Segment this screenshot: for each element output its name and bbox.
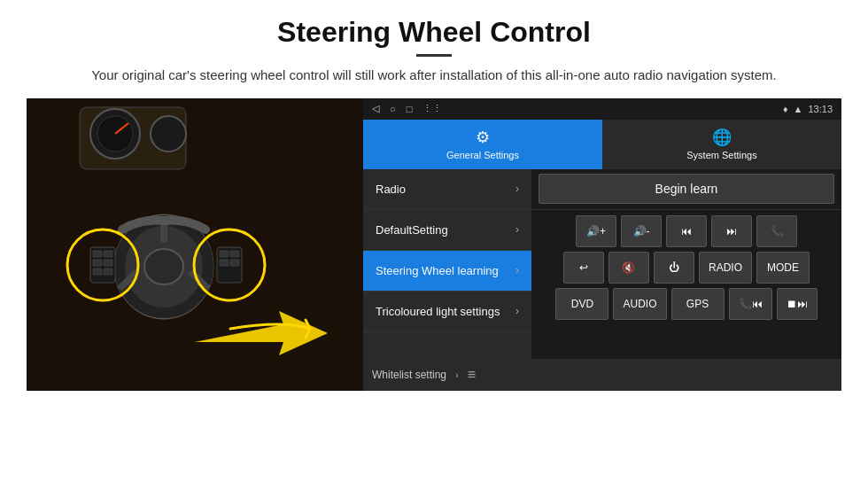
vol-down-button[interactable]: 🔊- [621, 215, 662, 247]
dvd-button[interactable]: DVD [555, 288, 608, 320]
mode-button[interactable]: MODE [756, 252, 810, 284]
svg-rect-14 [104, 251, 112, 257]
svg-rect-22 [220, 260, 229, 266]
gps-button[interactable]: GPS [671, 288, 725, 320]
car-image-bg [27, 98, 363, 391]
title-divider [416, 54, 452, 57]
begin-learn-row: Begin learn [531, 169, 841, 210]
phone-button[interactable]: 📞 [756, 215, 797, 247]
menu-item-tricoloured[interactable]: Tricoloured light settings › [363, 292, 531, 332]
svg-rect-18 [104, 268, 112, 275]
menu-item-steering[interactable]: Steering Wheel learning › [363, 251, 531, 292]
top-nav: ⚙ General Settings 🌐 System Settings [363, 120, 841, 169]
next-track-button[interactable]: ⏭ [711, 215, 752, 247]
ctrl-row-1: 🔊+ 🔊- ⏮ ⏭ 📞 [537, 215, 836, 247]
menu-item-tricoloured-label: Tricoloured light settings [376, 305, 500, 318]
menu-item-radio[interactable]: Radio › [363, 169, 531, 210]
ctrl-row-2: ↩ 🔇 ⏻ RADIO MODE [537, 252, 836, 284]
tab-general-label: General Settings [446, 150, 519, 160]
menu-item-default-label: DefaultSetting [376, 223, 448, 237]
status-right: ♦ ▲ 13:13 [783, 104, 833, 114]
whitelist-label: Whitelist setting [372, 369, 446, 381]
svg-rect-23 [230, 260, 239, 266]
call-back-button[interactable]: ↩ [563, 252, 604, 284]
whitelist-bar[interactable]: Whitelist setting › ≡ [363, 359, 841, 391]
whitelist-arrow-icon: › [455, 370, 459, 380]
menu-list: Radio › DefaultSetting › Steering Wheel … [363, 169, 531, 359]
call-prev-button[interactable]: 📞⏮ [729, 288, 772, 320]
controls-grid: 🔊+ 🔊- ⏮ ⏭ 📞 ↩ 🔇 ⏻ RADIO MODE [531, 210, 841, 359]
menu-item-default[interactable]: DefaultSetting › [363, 210, 531, 251]
location-icon: ♦ [783, 104, 788, 114]
mute-button[interactable]: 🔇 [608, 252, 649, 284]
svg-rect-16 [104, 260, 112, 266]
general-settings-icon: ⚙ [476, 128, 490, 147]
radio-button[interactable]: RADIO [699, 252, 752, 284]
grid-nav-icon[interactable]: ⋮⋮ [422, 103, 442, 114]
tab-system-settings[interactable]: 🌐 System Settings [602, 120, 841, 169]
stop-button[interactable]: ⏹⏭ [777, 288, 818, 320]
svg-rect-21 [230, 251, 239, 257]
svg-point-11 [144, 249, 183, 284]
menu-area: Radio › DefaultSetting › Steering Wheel … [363, 169, 841, 359]
svg-rect-20 [220, 251, 229, 257]
power-button[interactable]: ⏻ [654, 252, 694, 284]
svg-rect-17 [93, 268, 102, 275]
status-left: ◁ ○ □ ⋮⋮ [372, 103, 442, 114]
back-nav-icon[interactable]: ◁ [372, 103, 379, 114]
menu-item-default-arrow: › [515, 223, 519, 236]
home-nav-icon[interactable]: ○ [390, 104, 396, 114]
svg-rect-15 [93, 260, 102, 266]
android-ui: ◁ ○ □ ⋮⋮ ♦ ▲ 13:13 ⚙ General Settings [363, 98, 841, 391]
page-title: Steering Wheel Control [277, 16, 591, 49]
recents-nav-icon[interactable]: □ [407, 104, 413, 114]
steering-wheel-svg [27, 98, 363, 391]
ctrl-row-3: DVD AUDIO GPS 📞⏮ ⏹⏭ [537, 288, 836, 320]
menu-item-steering-arrow: › [515, 264, 519, 276]
car-image-container [27, 98, 363, 391]
tab-system-label: System Settings [686, 150, 756, 160]
whitelist-file-icon: ≡ [468, 367, 476, 383]
prev-track-button[interactable]: ⏮ [666, 215, 707, 247]
menu-item-radio-label: Radio [376, 183, 406, 196]
signal-icon: ▲ [794, 104, 803, 114]
audio-button[interactable]: AUDIO [613, 288, 666, 320]
right-panel: Begin learn 🔊+ 🔊- ⏮ ⏭ 📞 ↩ [531, 169, 841, 359]
svg-rect-13 [93, 251, 102, 257]
vol-up-button[interactable]: 🔊+ [576, 215, 616, 247]
svg-point-5 [151, 116, 186, 152]
status-bar: ◁ ○ □ ⋮⋮ ♦ ▲ 13:13 [363, 98, 841, 120]
tab-general-settings[interactable]: ⚙ General Settings [363, 120, 602, 169]
menu-item-radio-arrow: › [515, 183, 519, 195]
page-subtitle: Your original car's steering wheel contr… [91, 66, 777, 86]
begin-learn-button[interactable]: Begin learn [539, 174, 834, 204]
status-time: 13:13 [808, 104, 833, 114]
content-row: ◁ ○ □ ⋮⋮ ♦ ▲ 13:13 ⚙ General Settings [27, 98, 841, 490]
menu-item-steering-label: Steering Wheel learning [376, 264, 499, 277]
system-settings-icon: 🌐 [712, 128, 732, 147]
menu-item-tricoloured-arrow: › [515, 305, 519, 317]
